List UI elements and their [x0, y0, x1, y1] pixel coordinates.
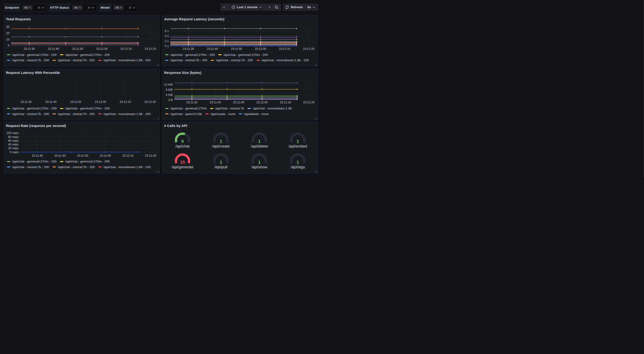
- svg-text:40 req/s: 40 req/s: [8, 143, 18, 146]
- svg-text:23:11:40: 23:11:40: [48, 47, 59, 50]
- svg-text:23:11:30: 23:11:30: [183, 47, 194, 50]
- svg-text:23:11:50: 23:11:50: [233, 101, 244, 104]
- svg-text:23:12:10: 23:12:10: [279, 47, 290, 50]
- svg-text:80 req/s: 80 req/s: [8, 135, 18, 139]
- svg-text:/api/show: /api/show: [252, 165, 267, 169]
- svg-text:23:11:40: 23:11:40: [45, 100, 56, 103]
- svg-text:23:11:40: 23:11:40: [54, 154, 66, 157]
- svg-text:23:11:50: 23:11:50: [72, 47, 83, 50]
- svg-text:100 req/s: 100 req/s: [6, 131, 18, 135]
- svg-text:23:12:10: 23:12:10: [120, 100, 131, 103]
- svg-text:1: 1: [296, 160, 299, 165]
- svg-text:0 req/s: 0 req/s: [10, 151, 18, 154]
- svg-text:1: 1: [258, 160, 260, 165]
- svg-text:/api/chat: /api/chat: [175, 144, 190, 148]
- svg-text:23:12:00: 23:12:00: [100, 154, 111, 157]
- svg-text:23:12:00: 23:12:00: [96, 47, 108, 50]
- svg-text:2 s: 2 s: [165, 39, 169, 43]
- svg-text:23:12:20: 23:12:20: [303, 47, 314, 50]
- svg-text:0 B: 0 B: [168, 98, 173, 102]
- svg-text:8 KiB: 8 KiB: [166, 88, 173, 91]
- svg-text:1: 1: [220, 160, 222, 165]
- svg-text:30: 30: [6, 25, 9, 28]
- svg-text:20 req/s: 20 req/s: [8, 147, 18, 150]
- svg-text:/api/embed: /api/embed: [288, 144, 307, 148]
- svg-text:/api/tags: /api/tags: [291, 165, 305, 169]
- svg-text:1: 1: [258, 139, 260, 144]
- svg-text:23:12:00: 23:12:00: [95, 100, 106, 103]
- svg-text:/api/create: /api/create: [212, 144, 230, 148]
- svg-text:23:11:30: 23:11:30: [24, 47, 35, 50]
- svg-text:23:12:00: 23:12:00: [255, 47, 266, 50]
- svg-text:12 KiB: 12 KiB: [164, 83, 173, 86]
- svg-text:4 s: 4 s: [165, 34, 169, 38]
- svg-text:23:12:20: 23:12:20: [144, 47, 156, 50]
- svg-text:/api/pull: /api/pull: [214, 165, 227, 169]
- svg-text:1: 1: [220, 139, 222, 144]
- svg-text:6 s: 6 s: [165, 30, 169, 33]
- svg-text:23:11:40: 23:11:40: [210, 101, 221, 104]
- svg-text:23:12:20: 23:12:20: [145, 154, 156, 157]
- svg-text:23:12:20: 23:12:20: [303, 101, 314, 104]
- svg-text:9: 9: [181, 139, 184, 144]
- svg-text:23:12:20: 23:12:20: [144, 100, 156, 103]
- svg-text:4 KiB: 4 KiB: [166, 93, 173, 97]
- svg-text:15: 15: [180, 160, 185, 165]
- svg-text:0: 0: [8, 44, 9, 47]
- svg-text:1: 1: [296, 139, 299, 144]
- svg-text:23:11:50: 23:11:50: [231, 47, 242, 50]
- svg-text:23:11:30: 23:11:30: [32, 154, 43, 157]
- svg-text:23:11:30: 23:11:30: [20, 100, 32, 103]
- svg-text:23:12:00: 23:12:00: [256, 101, 268, 104]
- svg-text:23:11:30: 23:11:30: [186, 101, 198, 104]
- svg-text:/api/generate: /api/generate: [172, 165, 194, 169]
- svg-text:23:12:10: 23:12:10: [122, 154, 134, 157]
- svg-text:23:11:40: 23:11:40: [207, 47, 218, 50]
- svg-text:10: 10: [6, 38, 9, 41]
- svg-text:23:12:10: 23:12:10: [280, 101, 291, 104]
- svg-text:0 s: 0 s: [165, 44, 169, 48]
- svg-text:20: 20: [6, 31, 9, 35]
- svg-text:60 req/s: 60 req/s: [8, 139, 18, 142]
- svg-text:23:11:50: 23:11:50: [77, 154, 88, 157]
- svg-text:23:11:50: 23:11:50: [70, 100, 81, 103]
- svg-text:23:12:10: 23:12:10: [120, 47, 132, 50]
- svg-text:/api/delete: /api/delete: [251, 144, 268, 148]
